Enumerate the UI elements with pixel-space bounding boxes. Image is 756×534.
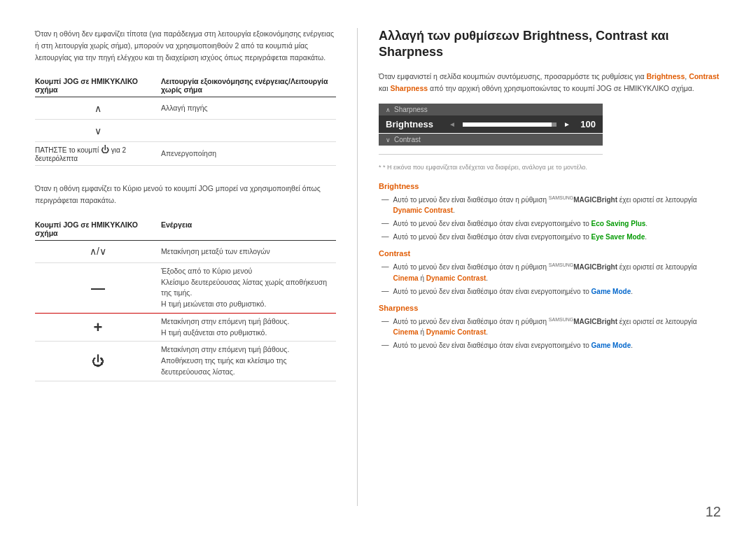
jog-up-icon: ∧ [35, 103, 161, 114]
table-row: ∧ Αλλαγή πηγής [35, 97, 336, 120]
table-2-row3-text: Μετακίνηση στην επόμενη τιμή βάθους. Η τ… [161, 316, 336, 339]
plus-icon: + [35, 318, 161, 337]
table-1-col1-header: Κουμπί JOG σε ΗΜΙΚΥΚΛΙΚΟ σχήμα [35, 77, 161, 94]
contrast-section-heading: Contrast [379, 249, 721, 258]
table-2-row1-text: Μετακίνηση μεταξύ των επιλογών [161, 246, 336, 258]
table-1-row1-text: Αλλαγή πηγής [161, 103, 336, 114]
contrast-menu-label: Contrast [394, 136, 421, 143]
intro-text-right: Όταν εμφανιστεί η σελίδα κουμπιών συντόμ… [379, 71, 721, 94]
table-2-row2-text: Έξοδος από το Κύριο μενού Κλείσιμο δευτε… [161, 266, 336, 310]
table-row: ∨ [35, 120, 336, 142]
sharpness-link: Sharpness [390, 84, 428, 92]
brightness-link: Brightness [646, 72, 685, 80]
bullet-item: — Αυτό το μενού δεν είναι διαθέσιμο όταν… [379, 262, 721, 283]
right-column: Αλλαγή των ρυθμίσεων Brightness, Contras… [357, 28, 721, 506]
page: Όταν η οθόνη δεν εμφανίζει τίποτα (για π… [0, 0, 756, 534]
slider-left-arrow: ◄ [449, 120, 456, 128]
page-number: 12 [706, 504, 721, 520]
slider-right-arrow: ► [564, 120, 570, 128]
separator [379, 154, 603, 155]
sharpness-menu-label: Sharpness [394, 106, 428, 113]
page-title: Αλλαγή των ρυθμίσεων Brightness, Contras… [379, 28, 721, 61]
menu-sharpness-row: ∧ Sharpness [379, 104, 603, 115]
brightness-menu-label: Brightness [386, 119, 449, 129]
menu-brightness-row: Brightness ◄ ► 100 [379, 115, 603, 133]
table-row: ⏻ Μετακίνηση στην επόμενη τιμή βάθους. Α… [35, 342, 336, 381]
contrast-link: Contrast [689, 72, 719, 80]
bullet-item: — Αυτό το μενού δεν είναι διαθέσιμο όταν… [379, 340, 721, 351]
divider-paragraph: Όταν η οθόνη εμφανίζει το Κύριο μενού το… [35, 183, 336, 206]
table-1: Κουμπί JOG σε ΗΜΙΚΥΚΛΙΚΟ σχήμα Λειτουργί… [35, 77, 336, 166]
sharpness-section-heading: Sharpness [379, 304, 721, 312]
table-row: — Έξοδος από το Κύριο μενού Κλείσιμο δευ… [35, 263, 336, 314]
menu-simulation: ∧ Sharpness Brightness ◄ ► 100 ∨ Contras… [379, 104, 603, 146]
brightness-section-heading: Brightness [379, 182, 721, 190]
table-1-col2-header: Λειτουργία εξοικονόμησης ενέργειας/Λειτο… [161, 77, 336, 94]
table-row: ΠΑΤΗΣΤΕ το κουμπί ⏻ για 2 δευτερόλεπτα Α… [35, 142, 336, 166]
chevron-up-icon: ∧ [386, 106, 391, 113]
table-1-header: Κουμπί JOG σε ΗΜΙΚΥΚΛΙΚΟ σχήμα Λειτουργί… [35, 77, 336, 97]
left-column: Όταν η οθόνη δεν εμφανίζει τίποτα (για π… [35, 28, 357, 506]
power-label: ΠΑΤΗΣΤΕ το κουμπί ⏻ για 2 δευτερόλεπτα [35, 145, 161, 162]
table-2-col2-header: Ενέργεια [161, 220, 336, 237]
menu-contrast-row: ∨ Contrast [379, 134, 603, 146]
table-2-col1-header: Κουμπί JOG σε ΗΜΙΚΥΚΛΙΚΟ σχήμα [35, 220, 161, 237]
brightness-slider[interactable] [463, 122, 556, 127]
table-2-header: Κουμπί JOG σε ΗΜΙΚΥΚΛΙΚΟ σχήμα Ενέργεια [35, 220, 336, 241]
table-1-row3-text: Απενεργοποίηση [161, 148, 336, 160]
jog-updown-icon: ∧/∨ [35, 246, 161, 257]
power-icon: ⏻ [35, 354, 161, 369]
power-button-cell: ΠΑΤΗΣΤΕ το κουμπί ⏻ για 2 δευτερόλεπτα [35, 145, 161, 162]
bullet-item: — Αυτό το μενού δεν είναι διαθέσιμο όταν… [379, 218, 721, 229]
note-text: * * Η εικόνα που εμφανίζεται ενδέχεται ν… [379, 163, 721, 172]
chevron-down-icon: ∨ [386, 136, 391, 143]
table-2: Κουμπί JOG σε ΗΜΙΚΥΚΛΙΚΟ σχήμα Ενέργεια … [35, 220, 336, 381]
brightness-value: 100 [575, 119, 596, 129]
bullet-item: — Αυτό το μενού δεν είναι διαθέσιμο όταν… [379, 232, 721, 242]
intro-paragraph: Όταν η οθόνη δεν εμφανίζει τίποτα (για π… [35, 28, 336, 63]
table-row: ∧/∨ Μετακίνηση μεταξύ των επιλογών [35, 241, 336, 263]
bullet-item: — Αυτό το μενού δεν είναι διαθέσιμο όταν… [379, 286, 721, 297]
minus-icon: — [35, 280, 161, 296]
bullet-item: — Αυτό το μενού δεν είναι διαθέσιμο όταν… [379, 316, 721, 337]
bullet-item: — Αυτό το μενού δεν είναι διαθέσιμο όταν… [379, 195, 721, 216]
slider-fill [463, 122, 552, 127]
jog-down-icon: ∨ [35, 125, 161, 136]
table-row: + Μετακίνηση στην επόμενη τιμή βάθους. Η… [35, 314, 336, 342]
table-2-row4-text: Μετακίνηση στην επόμενη τιμή βάθους. Απο… [161, 344, 336, 377]
